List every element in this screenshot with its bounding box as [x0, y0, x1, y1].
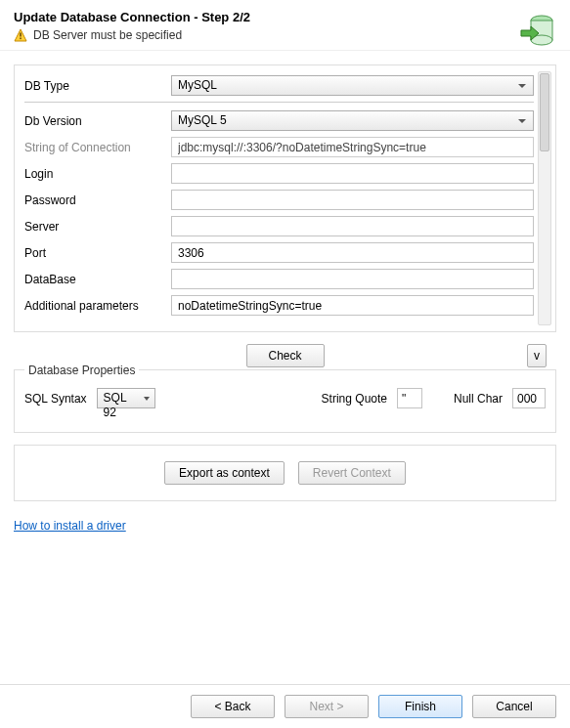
warning-row: DB Server must be specified	[14, 28, 556, 42]
db-version-select[interactable]: MySQL 5	[171, 110, 534, 131]
check-button[interactable]: Check	[246, 344, 325, 367]
additional-params-field[interactable]	[171, 295, 534, 316]
login-field[interactable]	[171, 163, 534, 184]
db-type-select[interactable]: MySQL	[171, 75, 534, 96]
scrollbar-thumb[interactable]	[540, 73, 549, 151]
warning-text: DB Server must be specified	[33, 28, 182, 42]
database-properties-legend: Database Properties	[24, 364, 139, 377]
back-button[interactable]: < Back	[191, 695, 275, 718]
wizard-footer: < Back Next > Finish Cancel	[0, 684, 570, 728]
password-field[interactable]	[171, 190, 534, 210]
port-field[interactable]	[171, 242, 534, 263]
revert-context-button: Revert Context	[298, 461, 406, 485]
password-label: Password	[24, 193, 171, 207]
string-quote-label: String Quote	[322, 392, 387, 406]
conn-string-label: String of Connection	[24, 141, 171, 154]
additional-params-label: Additional parameters	[24, 299, 171, 313]
scrollbar[interactable]	[538, 71, 551, 325]
db-type-label: DB Type	[24, 79, 171, 93]
connection-form-panel: DB Type MySQL Db Version MySQL 5 String …	[14, 64, 556, 332]
database-wizard-icon	[515, 10, 556, 51]
wizard-header: Update Database Connection - Step 2/2 DB…	[0, 0, 570, 51]
null-char-field[interactable]	[512, 388, 546, 408]
login-label: Login	[24, 167, 171, 181]
db-version-label: Db Version	[24, 114, 171, 128]
svg-rect-2	[20, 38, 21, 40]
server-label: Server	[24, 220, 171, 234]
next-button: Next >	[285, 695, 369, 718]
cancel-button[interactable]: Cancel	[472, 695, 556, 718]
chevron-down-icon: v	[534, 349, 540, 363]
context-panel: Export as context Revert Context	[14, 445, 556, 501]
database-label: DataBase	[24, 273, 171, 286]
expand-button[interactable]: v	[527, 344, 547, 367]
null-char-label: Null Char	[454, 392, 503, 406]
page-title: Update Database Connection - Step 2/2	[14, 10, 556, 24]
finish-button[interactable]: Finish	[378, 695, 462, 718]
sql-syntax-label: SQL Syntax	[24, 392, 87, 406]
sql-syntax-select[interactable]: SQL 92	[97, 388, 155, 408]
database-properties-panel: Database Properties SQL Syntax SQL 92 St…	[14, 369, 556, 433]
string-quote-field[interactable]	[397, 388, 422, 408]
server-field[interactable]	[171, 216, 534, 236]
warning-icon	[14, 28, 27, 42]
database-field[interactable]	[171, 269, 534, 289]
install-driver-link[interactable]: How to install a driver	[14, 519, 126, 533]
conn-string-field	[171, 137, 534, 157]
divider	[24, 102, 534, 103]
port-label: Port	[24, 246, 171, 260]
svg-rect-1	[20, 33, 21, 37]
export-context-button[interactable]: Export as context	[164, 461, 285, 485]
